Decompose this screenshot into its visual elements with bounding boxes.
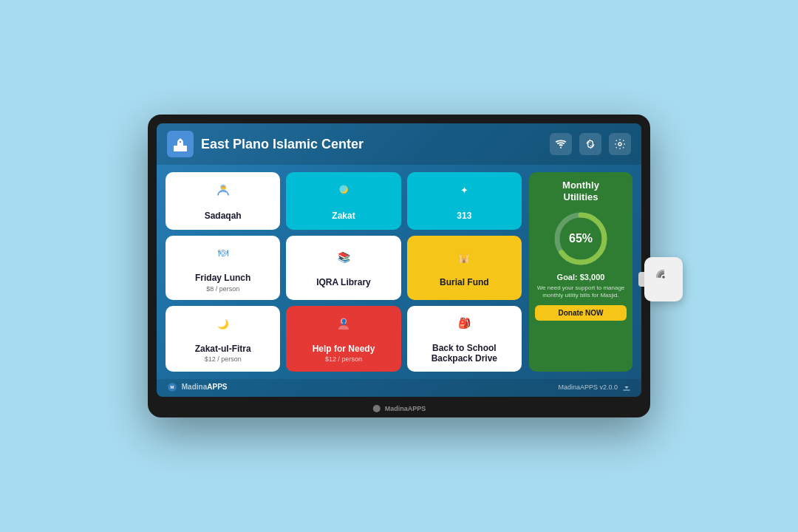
donation-grid: 🤲 Sadaqah 🌙 Zakat [166, 172, 522, 371]
svg-point-3 [618, 143, 621, 146]
313-card[interactable]: ✦ 313 [407, 172, 522, 230]
iqra-title: IQRA Library [316, 277, 371, 287]
zakat-ul-fitra-card[interactable]: 🌙 Zakat-ul-Fitra $12 / person [166, 306, 280, 372]
svg-text:M: M [171, 385, 174, 389]
card-reader [644, 257, 683, 301]
monitor-brand: MadinaAPPS [385, 405, 426, 412]
friday-lunch-card[interactable]: 🍽 Friday Lunch $8 / person [166, 236, 280, 299]
hands-icon: 🤲 [213, 181, 233, 208]
book-icon: 📚 [333, 248, 354, 274]
utilities-title: MonthlyUtilities [562, 180, 599, 202]
food-icon: 🍽 [213, 243, 233, 270]
backpack-title: Back to School Backpack Drive [413, 343, 516, 364]
screen-footer: M MadinaAPPS MadinaAPPS v2.0.0 [157, 379, 641, 397]
sadaqah-title: Sadaqah [205, 211, 242, 221]
mosque-icon [171, 135, 189, 153]
settings-icon[interactable] [609, 133, 631, 155]
help-icon: 👤 [333, 314, 354, 341]
goal-text: Goal: $3,000 [557, 273, 605, 282]
zakat-icon: 🌙 [333, 181, 354, 208]
star-icon: ✦ [454, 181, 474, 208]
burial-title: Burial Fund [440, 277, 489, 287]
progress-percent: 65% [569, 232, 593, 245]
progress-ring: 65% [551, 209, 610, 268]
friday-lunch-title: Friday Lunch [195, 273, 250, 283]
monitor-bottom: MadinaAPPS [372, 404, 426, 413]
zakat-title: Zakat [332, 211, 355, 221]
svg-point-2 [560, 147, 562, 149]
monitor: East Plano Islamic Center [148, 115, 650, 417]
svg-text:🌙: 🌙 [217, 318, 229, 330]
svg-point-22 [662, 276, 665, 279]
help-title: Help for Needy [313, 344, 375, 354]
svg-rect-1 [178, 140, 183, 141]
svg-text:🤲: 🤲 [220, 185, 225, 191]
donate-now-button[interactable]: Donate NOW [535, 305, 627, 321]
zakat2-icon: 🌙 [213, 314, 233, 341]
main-content: 🤲 Sadaqah 🌙 Zakat [157, 165, 641, 378]
svg-text:📚: 📚 [337, 252, 350, 265]
svg-point-21 [373, 405, 381, 412]
help-subtitle: $12 / person [325, 355, 362, 363]
footer-version: MadinaAPPS v2.0.0 [558, 383, 631, 392]
iqra-library-card[interactable]: 📚 IQRA Library [286, 236, 400, 299]
burial-icon: 🕌 [454, 248, 474, 274]
svg-text:🍽: 🍽 [218, 248, 228, 259]
header: East Plano Islamic Center [157, 123, 641, 165]
svg-rect-0 [174, 146, 187, 151]
download-icon[interactable] [622, 383, 631, 392]
zakat-ul-fitra-subtitle: $12 / person [205, 355, 242, 363]
zakat-card[interactable]: 🌙 Zakat [286, 172, 400, 230]
svg-text:👤: 👤 [340, 318, 347, 325]
svg-text:✦: ✦ [460, 185, 468, 196]
svg-text:🎒: 🎒 [458, 317, 471, 330]
backpack-drive-card[interactable]: 🎒 Back to School Backpack Drive [407, 306, 522, 372]
zakat-ul-fitra-title: Zakat-ul-Fitra [195, 344, 251, 354]
313-title: 313 [457, 211, 471, 221]
header-title: East Plano Islamic Center [201, 137, 550, 152]
screen: East Plano Islamic Center [157, 123, 641, 396]
refresh-icon[interactable] [579, 133, 601, 155]
burial-fund-card[interactable]: 🕌 Burial Fund [407, 236, 522, 299]
help-for-needy-card[interactable]: 👤 Help for Needy $12 / person [286, 306, 400, 372]
svg-text:🕌: 🕌 [458, 253, 470, 265]
wifi-icon[interactable] [550, 133, 572, 155]
monitor-wrapper: East Plano Islamic Center [148, 115, 650, 417]
svg-text:🌙: 🌙 [339, 185, 348, 194]
utilities-panel: MonthlyUtilities 65% Goal: $3,000 We nee… [529, 172, 632, 371]
sadaqah-card[interactable]: 🤲 Sadaqah [166, 172, 280, 230]
friday-lunch-subtitle: $8 / person [206, 285, 239, 293]
nfc-icon [653, 267, 674, 292]
backpack-icon: 🎒 [454, 313, 474, 340]
goal-desc: We need your support to manage monthly u… [535, 284, 627, 300]
header-icons [550, 133, 631, 155]
logo-box [167, 131, 194, 157]
footer-brand: M MadinaAPPS [167, 382, 227, 392]
